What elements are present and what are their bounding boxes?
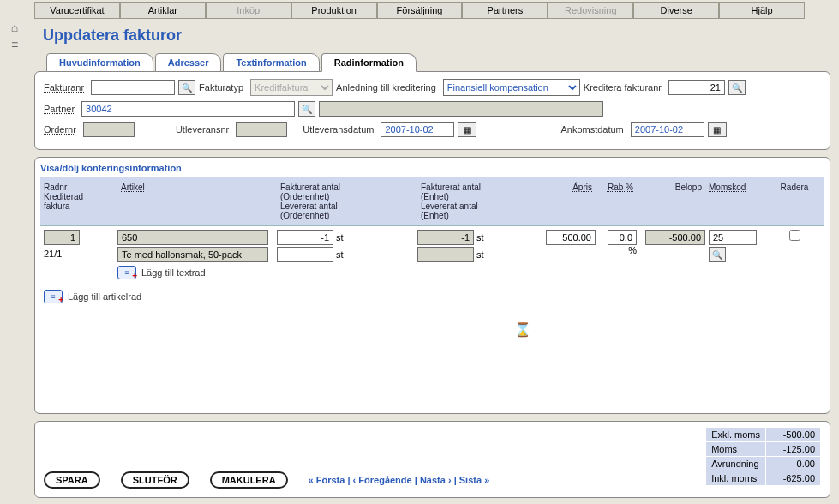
anledning-label: Anledning till kreditering — [336, 82, 440, 93]
tab-adresser[interactable]: Adresser — [155, 53, 222, 72]
fakt-orderenhet-a-input[interactable] — [277, 230, 333, 245]
total-moms-value: -125.00 — [766, 442, 821, 457]
tabs: Huvudinformation Adresser Textinformatio… — [34, 53, 830, 72]
magnifier-icon: 🔍 — [182, 83, 192, 93]
partner-input[interactable] — [81, 101, 295, 117]
kreditera-lookup-button[interactable]: 🔍 — [728, 80, 746, 95]
kontering-toggle[interactable]: Visa/dölj konteringsinformation — [40, 163, 824, 173]
col-fakt-enhet: Fakturerat antal (Enhet) Levererat antal… — [417, 181, 537, 222]
pager: « Första | ‹ Föregående | Nästa › | Sist… — [309, 475, 490, 485]
menu-partners[interactable]: Partners — [462, 2, 548, 19]
col-fakt-orderenhet: Fakturerat antal (Orderenhet) Levererat … — [277, 181, 417, 222]
partner-lookup-button[interactable]: 🔍 — [298, 101, 315, 117]
radera-checkbox[interactable] — [789, 230, 800, 241]
add-artikelrad-button[interactable]: ≡ Lägg till artikelrad — [44, 290, 141, 303]
tab-textinformation[interactable]: Textinformation — [223, 53, 319, 72]
pager-prev[interactable]: ‹ Föregående — [353, 475, 412, 485]
fakturanr-label: Fakturanr — [44, 82, 87, 93]
ankomstdatum-input[interactable] — [631, 122, 704, 137]
anledning-select[interactable]: Finansiell kompensation — [443, 79, 580, 96]
pager-last[interactable]: Sista » — [459, 475, 489, 485]
unit-label: st — [336, 249, 344, 260]
page-title: Uppdatera fakturor — [34, 27, 830, 45]
makulera-button[interactable]: MAKULERA — [210, 471, 288, 489]
menu-inkop[interactable]: Inköp — [206, 2, 291, 19]
ordernr-label: Ordernr — [44, 124, 80, 135]
totals-table: Exkl. moms-500.00 Moms-125.00 Avrundning… — [705, 427, 821, 486]
rab-input[interactable] — [608, 230, 637, 245]
slutfor-button[interactable]: SLUTFÖR — [121, 471, 189, 489]
ankomstdatum-calendar-button[interactable]: ▦ — [708, 122, 727, 137]
fakt-enhet-b-input — [417, 247, 474, 262]
pager-first[interactable]: « Första — [309, 475, 345, 485]
apris-input[interactable] — [546, 230, 596, 245]
menu-diverse[interactable]: Diverse — [633, 2, 719, 19]
add-textrad-button[interactable]: ≡ Lägg till textrad — [117, 266, 206, 279]
artikel-kod-input — [117, 230, 268, 245]
total-avr-label: Avrundning — [706, 457, 766, 471]
menu-artiklar[interactable]: Artiklar — [120, 2, 206, 19]
magnifier-icon: 🔍 — [732, 83, 742, 93]
col-momskod: Momskod — [705, 181, 772, 222]
col-radera: Radera — [772, 181, 817, 222]
fakturanr-input[interactable] — [91, 80, 175, 95]
grid-header: Radnr Krediterad faktura Artikel Fakture… — [40, 177, 824, 226]
total-inkl-value: -625.00 — [766, 471, 821, 486]
fakturanr-lookup-button[interactable]: 🔍 — [178, 80, 195, 95]
top-menu: Varucertifikat Artiklar Inköp Produktion… — [0, 0, 839, 21]
kreditera-input[interactable] — [668, 80, 725, 95]
utleveransdatum-label: Utleveransdatum — [303, 124, 377, 135]
calendar-icon: ▦ — [713, 125, 721, 135]
unit-label: st — [476, 232, 484, 243]
artikel-namn-input — [117, 247, 268, 262]
grid-row: 21/1 ≡ Lägg till textrad st st st — [40, 226, 824, 283]
utleveransdatum-input[interactable] — [381, 122, 454, 137]
spara-button[interactable]: SPARA — [44, 471, 100, 489]
total-avr-value: 0.00 — [766, 457, 821, 471]
fakt-enhet-a-input — [417, 230, 474, 245]
menu-varucertifikat[interactable]: Varucertifikat — [34, 2, 120, 19]
calendar-icon: ▦ — [464, 125, 471, 135]
total-moms-label: Moms — [706, 442, 766, 457]
col-artikel: Artikel — [117, 181, 277, 222]
home-icon[interactable]: ⌂ — [3, 21, 26, 34]
radnr-sub: 21/1 — [44, 249, 117, 259]
menu-produktion[interactable]: Produktion — [291, 2, 377, 19]
pager-next[interactable]: Nästa › — [420, 475, 452, 485]
add-artikelrad-label: Lägg till artikelrad — [68, 291, 141, 302]
belopp-input — [645, 230, 705, 245]
hourglass-icon: ⌛ — [514, 321, 531, 338]
fakturatyp-label: Fakturatyp — [199, 82, 247, 93]
menu-forsaljning[interactable]: Försäljning — [377, 2, 463, 19]
radnr-input — [44, 230, 80, 245]
tab-huvudinformation[interactable]: Huvudinformation — [46, 53, 153, 72]
add-row-icon: ≡ — [44, 290, 63, 303]
ordernr-input — [83, 122, 135, 137]
add-textrad-label: Lägg till textrad — [141, 267, 206, 278]
kreditera-label: Kreditera fakturanr — [584, 82, 665, 93]
menu-icon[interactable]: ≡ — [3, 38, 26, 51]
partner-label: Partner — [44, 104, 78, 114]
menu-redovisning[interactable]: Redovisning — [548, 2, 633, 19]
utleveransnr-input — [236, 122, 287, 137]
col-apris: Ápris — [537, 181, 596, 222]
fakt-orderenhet-b-input[interactable] — [277, 247, 333, 262]
rab-suffix: % — [628, 245, 637, 255]
grid-panel: Visa/dölj konteringsinformation Radnr Kr… — [34, 157, 830, 414]
utleveransdatum-calendar-button[interactable]: ▦ — [458, 122, 476, 137]
footer-panel: Exkl. moms-500.00 Moms-125.00 Avrundning… — [34, 421, 830, 498]
menu-hjalp[interactable]: Hjälp — [719, 2, 805, 19]
utleveransnr-label: Utleveransnr — [176, 124, 232, 135]
total-exkl-value: -500.00 — [766, 428, 821, 442]
tab-radinformation[interactable]: Radinformation — [321, 53, 417, 72]
unit-label: st — [336, 232, 344, 243]
header-panel: Fakturanr 🔍 Fakturatyp Kreditfaktura Anl… — [34, 71, 830, 150]
momskod-lookup-button[interactable]: 🔍 — [709, 247, 726, 262]
momskod-input[interactable] — [709, 230, 757, 245]
magnifier-icon: 🔍 — [712, 250, 722, 260]
add-row-icon: ≡ — [117, 266, 136, 279]
col-radnr: Radnr Krediterad faktura — [40, 181, 117, 222]
ankomstdatum-label: Ankomstdatum — [560, 124, 626, 135]
actions-bar: SPARA SLUTFÖR MAKULERA « Första | ‹ Före… — [44, 471, 489, 489]
unit-label: st — [476, 249, 484, 260]
